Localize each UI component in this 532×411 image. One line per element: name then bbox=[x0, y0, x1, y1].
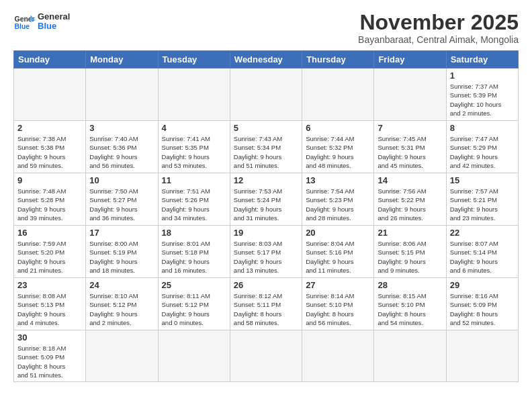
calendar-week-row: 16Sunrise: 7:59 AM Sunset: 5:20 PM Dayli… bbox=[14, 226, 519, 278]
calendar-cell: 30Sunrise: 8:18 AM Sunset: 5:09 PM Dayli… bbox=[14, 330, 86, 382]
weekday-header-sunday: Sunday bbox=[14, 51, 86, 68]
day-number: 2 bbox=[17, 123, 82, 133]
day-number: 13 bbox=[306, 175, 370, 185]
calendar-week-row: 2Sunrise: 7:38 AM Sunset: 5:38 PM Daylig… bbox=[14, 121, 519, 173]
day-number: 16 bbox=[17, 228, 82, 238]
calendar-cell: 6Sunrise: 7:44 AM Sunset: 5:32 PM Daylig… bbox=[302, 121, 374, 173]
logo: General Blue General Blue bbox=[13, 11, 70, 32]
calendar-cell: 24Sunrise: 8:10 AM Sunset: 5:12 PM Dayli… bbox=[86, 278, 158, 330]
day-number: 29 bbox=[450, 280, 515, 290]
day-number: 3 bbox=[89, 123, 154, 133]
day-info: Sunrise: 7:43 AM Sunset: 5:34 PM Dayligh… bbox=[234, 134, 298, 170]
day-number: 4 bbox=[162, 123, 226, 133]
day-number: 28 bbox=[378, 280, 442, 290]
calendar-cell: 2Sunrise: 7:38 AM Sunset: 5:38 PM Daylig… bbox=[14, 121, 86, 173]
logo-icon: General Blue bbox=[13, 11, 35, 32]
day-info: Sunrise: 8:18 AM Sunset: 5:09 PM Dayligh… bbox=[17, 344, 82, 379]
calendar-cell: 16Sunrise: 7:59 AM Sunset: 5:20 PM Dayli… bbox=[14, 226, 86, 278]
day-info: Sunrise: 7:37 AM Sunset: 5:39 PM Dayligh… bbox=[450, 82, 515, 118]
calendar-cell bbox=[158, 68, 230, 121]
day-number: 7 bbox=[378, 123, 442, 133]
day-number: 25 bbox=[162, 280, 226, 290]
title-block: November 2025 Bayanbaraat, Central Aimak… bbox=[358, 11, 519, 45]
day-number: 21 bbox=[378, 228, 442, 238]
calendar-cell bbox=[230, 330, 302, 382]
day-info: Sunrise: 8:07 AM Sunset: 5:14 PM Dayligh… bbox=[450, 239, 515, 275]
header: General Blue General Blue November 2025 … bbox=[13, 11, 519, 45]
day-info: Sunrise: 7:53 AM Sunset: 5:24 PM Dayligh… bbox=[234, 187, 298, 222]
day-number: 6 bbox=[306, 123, 370, 133]
calendar-cell: 20Sunrise: 8:04 AM Sunset: 5:16 PM Dayli… bbox=[302, 226, 374, 278]
calendar-cell: 10Sunrise: 7:50 AM Sunset: 5:27 PM Dayli… bbox=[86, 173, 158, 226]
day-number: 23 bbox=[17, 280, 82, 290]
day-info: Sunrise: 7:45 AM Sunset: 5:31 PM Dayligh… bbox=[378, 134, 442, 170]
weekday-header-saturday: Saturday bbox=[446, 51, 518, 68]
day-info: Sunrise: 8:14 AM Sunset: 5:10 PM Dayligh… bbox=[306, 291, 370, 327]
calendar-header-row: SundayMondayTuesdayWednesdayThursdayFrid… bbox=[14, 51, 519, 68]
calendar-cell: 5Sunrise: 7:43 AM Sunset: 5:34 PM Daylig… bbox=[230, 121, 302, 173]
day-number: 30 bbox=[17, 332, 82, 342]
day-info: Sunrise: 7:56 AM Sunset: 5:22 PM Dayligh… bbox=[378, 187, 442, 222]
calendar-cell: 22Sunrise: 8:07 AM Sunset: 5:14 PM Dayli… bbox=[446, 226, 518, 278]
calendar-cell bbox=[86, 68, 158, 121]
day-info: Sunrise: 7:51 AM Sunset: 5:26 PM Dayligh… bbox=[162, 187, 226, 222]
day-info: Sunrise: 8:16 AM Sunset: 5:09 PM Dayligh… bbox=[450, 291, 515, 327]
weekday-header-thursday: Thursday bbox=[302, 51, 374, 68]
day-number: 18 bbox=[162, 228, 226, 238]
month-title: November 2025 bbox=[358, 11, 519, 34]
day-number: 15 bbox=[450, 175, 515, 185]
logo-general: General bbox=[38, 12, 70, 21]
calendar-week-row: 9Sunrise: 7:48 AM Sunset: 5:28 PM Daylig… bbox=[14, 173, 519, 226]
calendar-week-row: 1Sunrise: 7:37 AM Sunset: 5:39 PM Daylig… bbox=[14, 68, 519, 121]
calendar-cell: 25Sunrise: 8:11 AM Sunset: 5:12 PM Dayli… bbox=[158, 278, 230, 330]
day-number: 26 bbox=[234, 280, 298, 290]
calendar-cell: 28Sunrise: 8:15 AM Sunset: 5:10 PM Dayli… bbox=[374, 278, 446, 330]
calendar-cell: 13Sunrise: 7:54 AM Sunset: 5:23 PM Dayli… bbox=[302, 173, 374, 226]
calendar-cell bbox=[302, 330, 374, 382]
day-info: Sunrise: 8:11 AM Sunset: 5:12 PM Dayligh… bbox=[162, 291, 226, 327]
calendar-cell: 23Sunrise: 8:08 AM Sunset: 5:13 PM Dayli… bbox=[14, 278, 86, 330]
calendar-cell: 19Sunrise: 8:03 AM Sunset: 5:17 PM Dayli… bbox=[230, 226, 302, 278]
day-info: Sunrise: 8:01 AM Sunset: 5:18 PM Dayligh… bbox=[162, 239, 226, 275]
calendar-cell bbox=[374, 68, 446, 121]
day-info: Sunrise: 7:59 AM Sunset: 5:20 PM Dayligh… bbox=[17, 239, 82, 275]
weekday-header-wednesday: Wednesday bbox=[230, 51, 302, 68]
calendar-table: SundayMondayTuesdayWednesdayThursdayFrid… bbox=[13, 50, 519, 382]
calendar-cell bbox=[230, 68, 302, 121]
calendar-cell: 9Sunrise: 7:48 AM Sunset: 5:28 PM Daylig… bbox=[14, 173, 86, 226]
calendar-cell: 21Sunrise: 8:06 AM Sunset: 5:15 PM Dayli… bbox=[374, 226, 446, 278]
day-info: Sunrise: 7:48 AM Sunset: 5:28 PM Dayligh… bbox=[17, 187, 82, 222]
weekday-header-friday: Friday bbox=[374, 51, 446, 68]
calendar-cell bbox=[374, 330, 446, 382]
day-info: Sunrise: 7:38 AM Sunset: 5:38 PM Dayligh… bbox=[17, 134, 82, 170]
day-info: Sunrise: 8:06 AM Sunset: 5:15 PM Dayligh… bbox=[378, 239, 442, 275]
calendar-cell: 11Sunrise: 7:51 AM Sunset: 5:26 PM Dayli… bbox=[158, 173, 230, 226]
day-info: Sunrise: 8:10 AM Sunset: 5:12 PM Dayligh… bbox=[89, 291, 154, 327]
day-info: Sunrise: 7:47 AM Sunset: 5:29 PM Dayligh… bbox=[450, 134, 515, 170]
day-number: 8 bbox=[450, 123, 515, 133]
logo-blue: Blue bbox=[38, 21, 70, 31]
day-info: Sunrise: 8:04 AM Sunset: 5:16 PM Dayligh… bbox=[306, 239, 370, 275]
day-info: Sunrise: 7:41 AM Sunset: 5:35 PM Dayligh… bbox=[162, 134, 226, 170]
day-number: 17 bbox=[89, 228, 154, 238]
day-number: 10 bbox=[89, 175, 154, 185]
calendar-cell bbox=[446, 330, 518, 382]
weekday-header-tuesday: Tuesday bbox=[158, 51, 230, 68]
calendar-cell: 26Sunrise: 8:12 AM Sunset: 5:11 PM Dayli… bbox=[230, 278, 302, 330]
day-number: 19 bbox=[234, 228, 298, 238]
day-info: Sunrise: 7:57 AM Sunset: 5:21 PM Dayligh… bbox=[450, 187, 515, 222]
calendar-cell: 17Sunrise: 8:00 AM Sunset: 5:19 PM Dayli… bbox=[86, 226, 158, 278]
calendar-cell: 12Sunrise: 7:53 AM Sunset: 5:24 PM Dayli… bbox=[230, 173, 302, 226]
calendar-cell bbox=[14, 68, 86, 121]
calendar-cell: 27Sunrise: 8:14 AM Sunset: 5:10 PM Dayli… bbox=[302, 278, 374, 330]
calendar-week-row: 23Sunrise: 8:08 AM Sunset: 5:13 PM Dayli… bbox=[14, 278, 519, 330]
day-info: Sunrise: 8:00 AM Sunset: 5:19 PM Dayligh… bbox=[89, 239, 154, 275]
day-info: Sunrise: 8:08 AM Sunset: 5:13 PM Dayligh… bbox=[17, 291, 82, 327]
day-number: 14 bbox=[378, 175, 442, 185]
calendar-cell: 4Sunrise: 7:41 AM Sunset: 5:35 PM Daylig… bbox=[158, 121, 230, 173]
calendar-cell: 8Sunrise: 7:47 AM Sunset: 5:29 PM Daylig… bbox=[446, 121, 518, 173]
day-number: 9 bbox=[17, 175, 82, 185]
calendar-cell: 3Sunrise: 7:40 AM Sunset: 5:36 PM Daylig… bbox=[86, 121, 158, 173]
calendar-cell bbox=[158, 330, 230, 382]
day-info: Sunrise: 7:44 AM Sunset: 5:32 PM Dayligh… bbox=[306, 134, 370, 170]
